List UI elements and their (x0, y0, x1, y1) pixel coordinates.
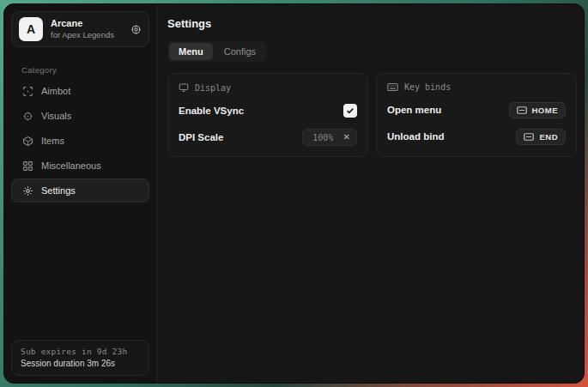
setting-label: Enable VSync (179, 106, 244, 116)
session-info-card: Sub expires in 9d 23h Session duration 3… (11, 340, 149, 376)
display-card: Display Enable VSync DPI Scale 100% ✕ (167, 73, 368, 157)
cube-icon (22, 136, 33, 147)
sidebar-spacer (4, 203, 156, 333)
dpi-scale-value: 100% (309, 133, 337, 142)
setting-row-unload-bind: Unload bind END (387, 128, 566, 145)
app-name: Arcane (51, 18, 123, 30)
brand-text: Arcane for Apex Legends (51, 18, 123, 40)
keybinds-card-title: Key binds (404, 82, 451, 92)
page-title: Settings (167, 17, 577, 30)
sidebar-item-settings[interactable]: Settings (11, 178, 149, 203)
app-window: A Arcane for Apex Legends Category (3, 3, 585, 384)
display-card-header: Display (179, 82, 357, 93)
sidebar-item-items[interactable]: Items (11, 129, 149, 153)
session-duration-text: Session duration 3m 26s (21, 359, 140, 368)
app-logo: A (19, 17, 43, 41)
keybind-value: HOME (532, 106, 559, 115)
setting-label: DPI Scale (179, 132, 223, 142)
setting-label: Unload bind (387, 131, 444, 142)
main-panel: Settings Menu Configs Display (157, 4, 585, 383)
keyboard-icon (524, 133, 534, 141)
dpi-scale-input[interactable]: 100% ✕ (302, 129, 357, 146)
tab-menu[interactable]: Menu (169, 43, 213, 60)
sidebar-item-label: Settings (41, 185, 76, 196)
brand-card: A Arcane for Apex Legends (11, 11, 149, 47)
setting-row-dpi: DPI Scale 100% ✕ (179, 129, 357, 146)
category-label: Category (21, 65, 156, 75)
tab-configs[interactable]: Configs (215, 43, 265, 60)
vsync-checkbox[interactable] (343, 104, 357, 118)
sidebar-item-aimbot[interactable]: Aimbot (11, 79, 149, 103)
sidebar-item-label: Items (41, 136, 64, 146)
sub-expiry-text: Sub expires in 9d 23h (21, 347, 140, 356)
keyboard-icon (517, 106, 527, 114)
sidebar-nav: Aimbot Visuals (4, 79, 156, 203)
tab-bar: Menu Configs (167, 41, 267, 62)
sidebar-item-miscellaneous[interactable]: Miscellaneous (11, 154, 149, 178)
app-subtitle: for Apex Legends (51, 30, 123, 40)
focus-eye-icon (22, 111, 33, 122)
keybind-value: END (539, 132, 558, 142)
grid-icon (22, 160, 33, 172)
monitor-icon (179, 82, 189, 93)
setting-row-vsync: Enable VSync (179, 102, 357, 119)
keybinds-card: Key binds Open menu HOME (376, 73, 577, 157)
checkmark-icon (346, 106, 355, 115)
setting-label: Open menu (387, 105, 441, 115)
crosshair-scan-icon (22, 86, 33, 97)
keyboard-icon (387, 82, 398, 92)
emblem-icon[interactable] (130, 24, 142, 35)
open-menu-keybind[interactable]: HOME (509, 102, 567, 118)
settings-cards: Display Enable VSync DPI Scale 100% ✕ (167, 73, 577, 157)
gear-icon (22, 185, 33, 197)
sidebar: A Arcane for Apex Legends Category (4, 4, 157, 383)
sidebar-item-visuals[interactable]: Visuals (11, 104, 149, 128)
sidebar-item-label: Miscellaneous (41, 160, 101, 171)
keybinds-card-header: Key binds (387, 82, 566, 92)
display-card-title: Display (195, 83, 231, 93)
sidebar-item-label: Aimbot (41, 86, 70, 96)
unload-keybind[interactable]: END (516, 129, 566, 145)
setting-row-open-menu: Open menu HOME (387, 101, 566, 118)
clear-icon[interactable]: ✕ (343, 133, 350, 142)
sidebar-item-label: Visuals (41, 111, 71, 121)
